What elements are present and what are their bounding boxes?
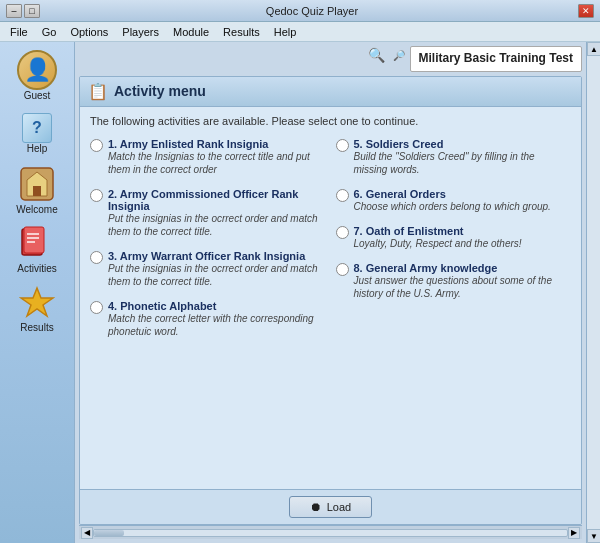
load-button[interactable]: ⏺ Load [289, 496, 372, 518]
activity-radio-8[interactable] [336, 263, 349, 276]
activity-header-icon: 📋 [88, 82, 108, 101]
bottom-scrollbar[interactable]: ◀ ▶ [79, 525, 582, 539]
menu-bar: File Go Options Players Module Results H… [0, 22, 600, 42]
list-item: 5. Soldiers Creed Build the "Soldiers Cr… [336, 135, 572, 179]
activity-text-7: 7. Oath of Enlistment Loyalty, Duty, Res… [354, 225, 572, 250]
menu-help[interactable]: Help [268, 24, 303, 40]
activity-text-3: 3. Army Warrant Officer Rank Insignia Pu… [108, 250, 326, 288]
maximize-button[interactable]: □ [24, 4, 40, 18]
vertical-scrollbar-track[interactable] [587, 56, 600, 529]
zoom-in-icon[interactable]: 🔍 [368, 46, 386, 64]
window-title: Qedoc Quiz Player [46, 5, 578, 17]
sidebar-item-welcome[interactable]: Welcome [3, 162, 71, 219]
svg-rect-7 [27, 241, 35, 243]
svg-rect-5 [27, 233, 39, 235]
activities-icon [19, 225, 55, 261]
activity-intro: The following activities are available. … [90, 115, 571, 127]
activities-left-column: 1. Army Enlisted Rank Insignia Match the… [90, 135, 326, 341]
help-label: Help [27, 143, 48, 154]
main-layout: 👤 Guest ? Help Welcome [0, 42, 600, 543]
activity-header: 📋 Activity menu [80, 77, 581, 107]
welcome-icon [19, 166, 55, 202]
svg-rect-4 [24, 227, 44, 253]
help-area[interactable]: ? Help [20, 111, 54, 156]
activity-radio-7[interactable] [336, 226, 349, 239]
activities-grid: 1. Army Enlisted Rank Insignia Match the… [90, 135, 571, 341]
activity-header-title: Activity menu [114, 83, 206, 99]
menu-module[interactable]: Module [167, 24, 215, 40]
list-item: 6. General Orders Choose which orders be… [336, 185, 572, 216]
activity-radio-1[interactable] [90, 139, 103, 152]
list-item: 3. Army Warrant Officer Rank Insignia Pu… [90, 247, 326, 291]
activity-text-6: 6. General Orders Choose which orders be… [354, 188, 572, 213]
activity-panel: 📋 Activity menu The following activities… [79, 76, 582, 525]
horizontal-scrollbar-track[interactable] [93, 529, 568, 537]
activities-label: Activities [17, 263, 56, 274]
svg-rect-6 [27, 237, 39, 239]
scroll-right-button[interactable]: ▶ [568, 527, 580, 539]
sidebar-item-activities[interactable]: Activities [3, 221, 71, 278]
minimize-button[interactable]: – [6, 4, 22, 18]
activity-radio-2[interactable] [90, 189, 103, 202]
activities-right-column: 5. Soldiers Creed Build the "Soldiers Cr… [336, 135, 572, 341]
menu-players[interactable]: Players [116, 24, 165, 40]
horizontal-scrollbar-thumb[interactable] [94, 530, 124, 536]
guest-area: 👤 Guest [13, 46, 61, 105]
right-scrollbar: ▲ ▼ [586, 42, 600, 543]
list-item: 2. Army Commissioned Officer Rank Insign… [90, 185, 326, 241]
welcome-label: Welcome [16, 204, 58, 215]
menu-results[interactable]: Results [217, 24, 266, 40]
activity-radio-5[interactable] [336, 139, 349, 152]
activity-body: The following activities are available. … [80, 107, 581, 489]
scroll-left-button[interactable]: ◀ [81, 527, 93, 539]
close-button[interactable]: ✕ [578, 4, 594, 18]
activity-text-1: 1. Army Enlisted Rank Insignia Match the… [108, 138, 326, 176]
guest-label: Guest [24, 90, 51, 101]
sidebar-item-results[interactable]: Results [3, 280, 71, 337]
content-area: 🔍 🔎 Military Basic Training Test 📋 Activ… [75, 42, 586, 543]
list-item: 1. Army Enlisted Rank Insignia Match the… [90, 135, 326, 179]
list-item: 7. Oath of Enlistment Loyalty, Duty, Res… [336, 222, 572, 253]
scroll-down-button[interactable]: ▼ [587, 529, 600, 543]
load-label: Load [327, 501, 351, 513]
avatar: 👤 [17, 50, 57, 90]
list-item: 4. Phonetic Alphabet Match the correct l… [90, 297, 326, 341]
activity-radio-4[interactable] [90, 301, 103, 314]
activity-text-5: 5. Soldiers Creed Build the "Soldiers Cr… [354, 138, 572, 176]
results-label: Results [20, 322, 53, 333]
scroll-up-button[interactable]: ▲ [587, 42, 600, 56]
menu-file[interactable]: File [4, 24, 34, 40]
load-icon: ⏺ [310, 500, 322, 514]
svg-marker-8 [21, 288, 53, 316]
help-icon: ? [22, 113, 52, 143]
activity-text-4: 4. Phonetic Alphabet Match the correct l… [108, 300, 326, 338]
zoom-out-icon[interactable]: 🔎 [390, 46, 408, 64]
quiz-title: Military Basic Training Test [410, 46, 583, 72]
activity-radio-3[interactable] [90, 251, 103, 264]
svg-rect-2 [33, 186, 41, 196]
menu-go[interactable]: Go [36, 24, 63, 40]
sidebar: 👤 Guest ? Help Welcome [0, 42, 75, 543]
list-item: 8. General Army knowledge Just answer th… [336, 259, 572, 303]
activity-radio-6[interactable] [336, 189, 349, 202]
activity-footer: ⏺ Load [80, 489, 581, 524]
title-bar: – □ Qedoc Quiz Player ✕ [0, 0, 600, 22]
results-icon [19, 284, 55, 320]
activity-text-2: 2. Army Commissioned Officer Rank Insign… [108, 188, 326, 238]
activity-text-8: 8. General Army knowledge Just answer th… [354, 262, 572, 300]
menu-options[interactable]: Options [64, 24, 114, 40]
top-header: 🔍 🔎 Military Basic Training Test [79, 46, 582, 72]
